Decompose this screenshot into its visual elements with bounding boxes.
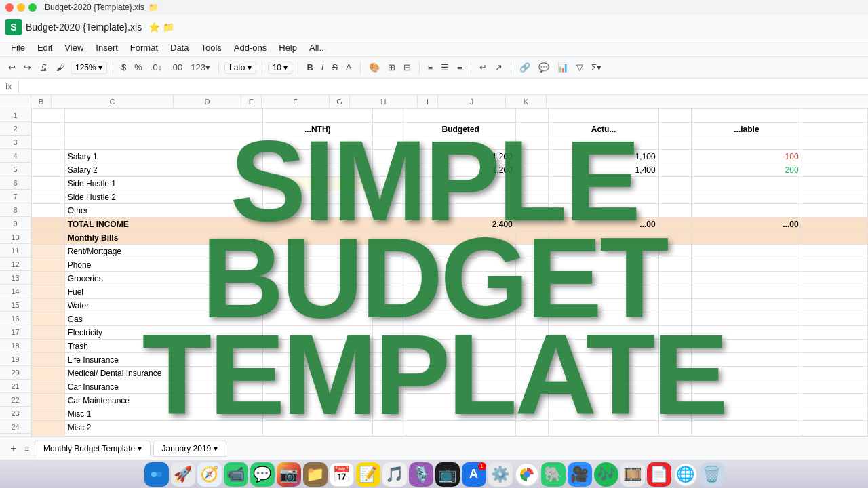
cell-g20[interactable] <box>515 367 549 380</box>
cell-k18[interactable] <box>802 340 867 353</box>
cell-d1[interactable] <box>262 109 372 123</box>
cell-e11[interactable] <box>372 245 406 258</box>
cell-g21[interactable] <box>515 380 549 394</box>
cell-i19[interactable] <box>658 353 692 367</box>
cell-i14[interactable] <box>658 285 692 299</box>
cell-i21[interactable] <box>658 380 692 394</box>
cell-c9-totalincome[interactable]: TOTAL INCOME <box>64 218 262 231</box>
cell-j12[interactable] <box>692 258 802 272</box>
cell-e2[interactable] <box>372 123 406 136</box>
cell-b9[interactable] <box>32 218 65 231</box>
cell-f18[interactable] <box>406 340 515 353</box>
cell-e19[interactable] <box>372 353 406 367</box>
cell-b3[interactable] <box>32 136 65 150</box>
cell-d14[interactable] <box>262 285 372 299</box>
cell-c13-groceries[interactable]: Groceries <box>64 272 262 285</box>
cell-i11[interactable] <box>658 245 692 258</box>
cell-k3[interactable] <box>802 136 867 150</box>
cell-i6[interactable] <box>658 177 692 190</box>
dock-trash[interactable]: 🗑️ <box>700 462 724 487</box>
cell-h3[interactable] <box>549 136 658 150</box>
cell-c7-sidehustle2[interactable]: Side Hustle 2 <box>64 190 262 204</box>
cell-d6[interactable] <box>262 177 372 190</box>
cell-d8[interactable] <box>262 204 372 218</box>
dock-chrome[interactable] <box>515 462 539 487</box>
cell-g4[interactable] <box>515 150 549 163</box>
cell-c24-misc2[interactable]: Misc 2 <box>64 421 262 434</box>
cell-k20[interactable] <box>802 367 867 380</box>
cell-d17[interactable] <box>262 326 372 340</box>
cell-d4[interactable] <box>262 150 372 163</box>
dock-spotify[interactable]: 🎶 <box>594 462 618 487</box>
cell-c6-sidehustle1[interactable]: Side Hustle 1 <box>64 177 262 190</box>
dock-safari[interactable]: 🧭 <box>197 462 222 487</box>
cell-b4[interactable] <box>32 150 65 163</box>
dock-notes[interactable]: 📝 <box>356 462 380 487</box>
cell-e4[interactable] <box>372 150 406 163</box>
dock-calendar[interactable]: 📅 <box>330 462 354 487</box>
cell-c21-carins[interactable]: Car Insurance <box>64 380 262 394</box>
cell-k17[interactable] <box>802 326 867 340</box>
dock-podcasts[interactable]: 🎙️ <box>409 462 433 487</box>
cell-f20[interactable] <box>406 367 515 380</box>
cell-f23[interactable] <box>406 407 515 421</box>
bold-button[interactable]: B <box>304 61 315 74</box>
file-action-icons[interactable]: ⭐ 📁 <box>149 22 174 33</box>
cell-k10[interactable] <box>802 231 867 245</box>
cell-h9-actual[interactable]: ...00 <box>549 218 658 231</box>
cell-b11[interactable] <box>32 245 65 258</box>
cell-b18[interactable] <box>32 340 65 353</box>
cell-h22[interactable] <box>549 394 658 407</box>
cell-c22-carmaint[interactable]: Car Maintenance <box>64 394 262 407</box>
cell-b6[interactable] <box>32 177 65 190</box>
borders-button[interactable]: ⊞ <box>385 61 398 74</box>
cell-g22[interactable] <box>515 394 549 407</box>
cell-f17[interactable] <box>406 326 515 340</box>
cell-b19[interactable] <box>32 353 65 367</box>
undo-button[interactable]: ↩ <box>5 61 18 74</box>
dock-photos[interactable]: 📷 <box>277 462 301 487</box>
cell-j20[interactable] <box>692 367 802 380</box>
cell-c15-water[interactable]: Water <box>64 299 262 312</box>
cell-g11[interactable] <box>515 245 549 258</box>
cell-k4[interactable] <box>802 150 867 163</box>
cell-b23[interactable] <box>32 407 65 421</box>
cell-k19[interactable] <box>802 353 867 367</box>
cell-c11-rent[interactable]: Rent/Mortgage <box>64 245 262 258</box>
cell-e8[interactable] <box>372 204 406 218</box>
cell-h7[interactable] <box>549 190 658 204</box>
cell-k1[interactable] <box>802 109 867 123</box>
cell-e6[interactable] <box>372 177 406 190</box>
cell-d22[interactable] <box>262 394 372 407</box>
cell-i15[interactable] <box>658 299 692 312</box>
cell-e9[interactable] <box>372 218 406 231</box>
cell-e1[interactable] <box>372 109 406 123</box>
cell-h5-actual[interactable]: 1,400 <box>549 163 658 177</box>
cell-c23-misc1[interactable]: Misc 1 <box>64 407 262 421</box>
menu-addons[interactable]: Add-ons <box>229 41 272 54</box>
font-selector[interactable]: Lato ▾ <box>224 62 256 74</box>
cell-e12[interactable] <box>372 258 406 272</box>
cell-d5[interactable] <box>262 163 372 177</box>
cell-d19[interactable] <box>262 353 372 367</box>
cell-j23[interactable] <box>692 407 802 421</box>
menu-edit[interactable]: Edit <box>32 41 58 54</box>
cell-j6[interactable] <box>692 177 802 190</box>
dock-chrome2[interactable]: 🌐 <box>673 462 698 487</box>
cell-d12[interactable] <box>262 258 372 272</box>
cell-i24[interactable] <box>658 421 692 434</box>
cell-h8[interactable] <box>549 204 658 218</box>
cell-e18[interactable] <box>372 340 406 353</box>
redo-button[interactable]: ↪ <box>21 61 34 74</box>
percent-button[interactable]: % <box>132 61 145 74</box>
cell-h6[interactable] <box>549 177 658 190</box>
cell-i20[interactable] <box>658 367 692 380</box>
cell-g9[interactable] <box>515 218 549 231</box>
align-right-button[interactable]: ≡ <box>454 61 465 74</box>
cell-c19-lifeins[interactable]: Life Insurance <box>64 353 262 367</box>
cell-g14[interactable] <box>515 285 549 299</box>
menu-view[interactable]: View <box>59 41 89 54</box>
cell-d10[interactable] <box>262 231 372 245</box>
cell-k14[interactable] <box>802 285 867 299</box>
cell-h2-actual-label[interactable]: Actu... <box>549 123 658 136</box>
